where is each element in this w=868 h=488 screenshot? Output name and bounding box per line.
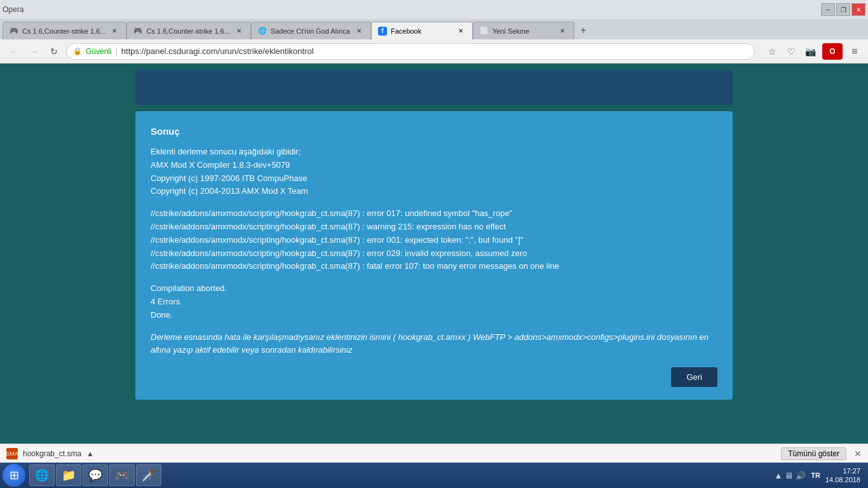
cs-icon: 🗡️ bbox=[142, 468, 156, 482]
tabs-bar: 🎮 Cs 1.6,Counter-strike 1.6... ✕ 🎮 Cs 1.… bbox=[0, 19, 868, 39]
time-display: 17:27 bbox=[825, 466, 860, 475]
volume-tray-icon: 🔊 bbox=[796, 471, 806, 480]
camera-button[interactable]: 📷 bbox=[802, 43, 818, 60]
compiler-line-2: Copyright (c) 1997-2006 ITB CompuPhase bbox=[151, 172, 717, 186]
error-line-2: //cstrike/addons/amxmodx/scripting/hookg… bbox=[151, 220, 717, 234]
steam-icon: 🎮 bbox=[115, 468, 129, 482]
download-bar: SMA hookgrab_ct.sma ▲ Tümünü göster ✕ bbox=[0, 444, 868, 463]
download-bar-close-button[interactable]: ✕ bbox=[854, 449, 862, 459]
tab-4[interactable]: f Facebook ✕ bbox=[371, 22, 473, 39]
secure-label: Güvenli bbox=[86, 47, 112, 56]
opera-button[interactable]: O bbox=[822, 43, 843, 60]
language-indicator: TR bbox=[811, 471, 820, 479]
show-all-downloads-button[interactable]: Tümünü göster bbox=[781, 447, 846, 460]
error-line-4: //cstrike/addons/amxmodx/scripting/hookg… bbox=[151, 247, 717, 261]
download-filename: hookgrab_ct.sma bbox=[23, 449, 81, 458]
error-line-5: //cstrike/addons/amxmodx/scripting/hookg… bbox=[151, 260, 717, 273]
window-controls: ─ ❐ ✕ bbox=[821, 3, 865, 16]
start-icon: ⊞ bbox=[10, 468, 19, 482]
tab-2[interactable]: 🎮 Cs 1.6,Counter-strike 1.6... ✕ bbox=[126, 22, 250, 39]
chat-icon: 💬 bbox=[88, 468, 102, 482]
menu-button[interactable]: ≡ bbox=[846, 43, 863, 60]
result-summary-section: Compilation aborted. 4 Errors. Done. bbox=[151, 282, 717, 322]
date-display: 14.08.2018 bbox=[825, 475, 860, 484]
tab-1-favicon: 🎮 bbox=[10, 27, 18, 36]
tab-1-close[interactable]: ✕ bbox=[109, 26, 119, 36]
result-intro-section: Eklenti derleme sonucu aşağıdaki gibidir… bbox=[151, 146, 717, 198]
taskbar-app-chat[interactable]: 💬 bbox=[83, 464, 108, 486]
taskbar-app-steam[interactable]: 🎮 bbox=[109, 464, 135, 486]
top-bar-partial bbox=[135, 70, 733, 105]
tab-3-close[interactable]: ✕ bbox=[354, 26, 364, 36]
bookmark-button[interactable]: ☆ bbox=[764, 43, 780, 60]
browser-title-text: Opera bbox=[3, 5, 24, 14]
address-bar: ← → ↻ 🔒 Güvenli | https://panel.csduragi… bbox=[0, 39, 868, 64]
taskbar-app-chrome[interactable]: 🌐 bbox=[29, 464, 55, 486]
title-bar-left: Opera bbox=[3, 5, 26, 14]
tab-5[interactable]: ⬜ Yeni Sekme ✕ bbox=[473, 22, 574, 39]
forward-button[interactable]: → bbox=[25, 43, 42, 60]
tab-2-favicon: 🎮 bbox=[133, 27, 142, 36]
address-input-wrap[interactable]: 🔒 Güvenli | https://panel.csduragi.com/u… bbox=[66, 43, 755, 60]
compiler-line-3: Copyright (c) 2004-2013 AMX Mod X Team bbox=[151, 185, 717, 198]
restore-button[interactable]: ❐ bbox=[836, 3, 850, 16]
tab-3[interactable]: 🌐 Sadece Ct'nin God Alınca ✕ bbox=[251, 22, 371, 39]
tab-2-close[interactable]: ✕ bbox=[234, 26, 244, 36]
result-intro: Eklenti derleme sonucu aşağıdaki gibidir… bbox=[151, 146, 717, 159]
back-button[interactable]: ← bbox=[5, 43, 22, 60]
tab-2-title: Cs 1.6,Counter-strike 1.6... bbox=[146, 27, 229, 35]
explorer-icon: 📁 bbox=[62, 468, 76, 482]
summary-line-3: Done. bbox=[151, 309, 717, 322]
tab-4-title: Facebook bbox=[391, 27, 421, 35]
tab-1-title: Cs 1.6,Counter-strike 1.6... bbox=[22, 27, 105, 35]
network-tray-icon: 🖥 bbox=[785, 471, 793, 480]
start-button[interactable]: ⊞ bbox=[3, 464, 25, 487]
summary-line-1: Compilation aborted. bbox=[151, 282, 717, 295]
result-errors-section: //cstrike/addons/amxmodx/scripting/hookg… bbox=[151, 207, 717, 273]
tab-5-title: Yeni Sekme bbox=[492, 27, 529, 35]
separator: | bbox=[116, 47, 118, 56]
compiler-line-1: AMX Mod X Compiler 1.8.3-dev+5079 bbox=[151, 159, 717, 172]
error-line-1: //cstrike/addons/amxmodx/scripting/hookg… bbox=[151, 207, 717, 220]
download-expand-arrow[interactable]: ▲ bbox=[86, 449, 94, 458]
clock: 17:27 14.08.2018 bbox=[825, 466, 860, 485]
tab-4-close[interactable]: ✕ bbox=[456, 26, 466, 36]
refresh-button[interactable]: ↻ bbox=[46, 43, 62, 60]
tab-3-favicon: 🌐 bbox=[258, 27, 267, 36]
new-tab-button[interactable]: + bbox=[574, 22, 592, 39]
summary-line-2: 4 Errors. bbox=[151, 295, 717, 309]
result-note: Derleme esnasında hata ile karşılaşmadıy… bbox=[151, 331, 717, 358]
error-line-3: //cstrike/addons/amxmodx/scripting/hookg… bbox=[151, 234, 717, 247]
taskbar: ⊞ 🌐 📁 💬 🎮 🗡️ ▲ 🖥 🔊 TR 17:27 14.08.2018 bbox=[0, 463, 868, 488]
title-bar: Opera ─ ❐ ✕ bbox=[0, 0, 868, 19]
system-tray: ▲ 🖥 🔊 bbox=[774, 471, 806, 480]
taskbar-app-cs[interactable]: 🗡️ bbox=[136, 464, 161, 486]
tab-3-title: Sadece Ct'nin God Alınca bbox=[271, 27, 350, 35]
secure-icon: 🔒 bbox=[73, 47, 82, 55]
heart-button[interactable]: ♡ bbox=[783, 43, 799, 60]
back-geri-button[interactable]: Geri bbox=[671, 367, 717, 387]
tab-5-close[interactable]: ✕ bbox=[557, 26, 567, 36]
chrome-icon: 🌐 bbox=[35, 468, 49, 482]
download-file-icon: SMA bbox=[6, 448, 18, 459]
address-text[interactable]: https://panel.csduragi.com/urun/cstrike/… bbox=[121, 46, 748, 56]
content-area: Sonuç Eklenti derleme sonucu aşağıdaki g… bbox=[0, 64, 868, 444]
result-box: Sonuç Eklenti derleme sonucu aşağıdaki g… bbox=[135, 111, 733, 400]
tab-1[interactable]: 🎮 Cs 1.6,Counter-strike 1.6... ✕ bbox=[3, 22, 126, 39]
tray-expand-icon[interactable]: ▲ bbox=[774, 471, 782, 480]
taskbar-app-explorer[interactable]: 📁 bbox=[56, 464, 81, 486]
tab-5-favicon: ⬜ bbox=[480, 27, 489, 36]
address-actions: ☆ ♡ 📷 bbox=[764, 43, 818, 60]
close-button[interactable]: ✕ bbox=[851, 3, 865, 16]
taskbar-right: ▲ 🖥 🔊 TR 17:27 14.08.2018 bbox=[774, 466, 865, 485]
result-footer: Geri bbox=[151, 367, 717, 387]
tab-4-favicon: f bbox=[378, 27, 387, 36]
result-title: Sonuç bbox=[151, 124, 717, 139]
minimize-button[interactable]: ─ bbox=[821, 3, 835, 16]
